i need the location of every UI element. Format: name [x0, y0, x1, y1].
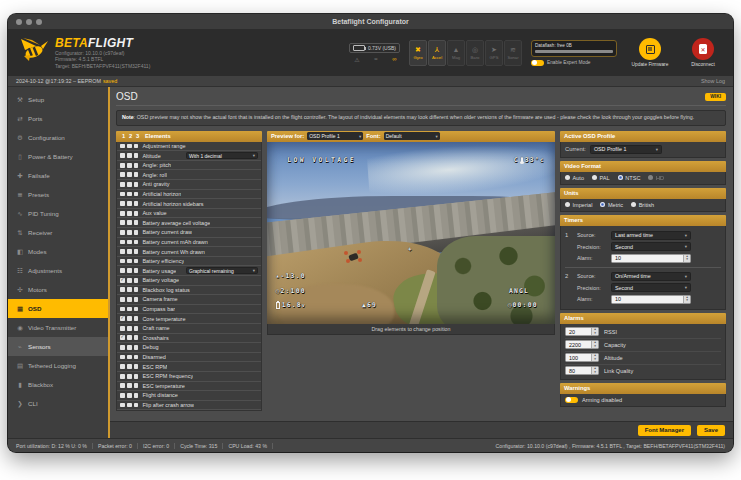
element-checkbox-profile-3[interactable] — [134, 326, 139, 331]
element-checkbox-profile-1[interactable] — [120, 192, 125, 197]
element-checkbox-profile-3[interactable] — [134, 355, 139, 360]
element-checkbox-profile-3[interactable] — [134, 172, 139, 177]
profile-col-1[interactable]: 1 — [120, 133, 127, 139]
element-checkbox-profile-2[interactable] — [127, 335, 132, 340]
element-checkbox-profile-1[interactable] — [120, 259, 125, 264]
element-checkbox-profile-1[interactable] — [120, 153, 125, 158]
element-checkbox-profile-1[interactable] — [120, 268, 125, 273]
element-checkbox-profile-3[interactable] — [134, 307, 139, 312]
osd-crosshairs-element[interactable]: + — [408, 245, 412, 252]
element-option-select[interactable]: Graphical remaining▾ — [186, 267, 258, 275]
element-row-camera-frame[interactable]: Camera frame — [117, 295, 261, 305]
element-row-anti-gravity[interactable]: Anti gravity — [117, 180, 261, 190]
element-row-compass-bar[interactable]: Compass bar — [117, 305, 261, 315]
element-checkbox-profile-2[interactable] — [127, 287, 132, 292]
element-row-artificial-horizon-sidebars[interactable]: Artificial horizon sidebars — [117, 199, 261, 209]
element-checkbox-profile-2[interactable] — [127, 144, 132, 149]
element-checkbox-profile-3[interactable] — [134, 211, 139, 216]
element-row-crosshairs[interactable]: ✓Crosshairs — [117, 334, 261, 344]
font-manager-button[interactable]: Font Manager — [638, 425, 691, 436]
element-checkbox-profile-3[interactable] — [134, 192, 139, 197]
sidebar-item-receiver[interactable]: ⇅Receiver — [8, 223, 108, 242]
sidebar-item-setup[interactable]: ⚒Setup — [8, 90, 108, 109]
sidebar-item-adjustments[interactable]: ☷Adjustments — [8, 261, 108, 280]
element-row-battery-current-mah-drawn[interactable]: Battery current mAh drawn — [117, 238, 261, 248]
osd-altitude-element[interactable]: ▴-13.0 — [276, 272, 306, 280]
show-log-link[interactable]: Show Log — [701, 78, 725, 84]
preview-profile-select[interactable]: OSD Profile 1▾ — [307, 132, 363, 140]
element-checkbox-profile-2[interactable] — [127, 259, 132, 264]
element-row-aux-value[interactable]: Aux value — [117, 209, 261, 219]
units-option-imperial[interactable]: Imperial — [565, 202, 592, 208]
element-checkbox-profile-1[interactable] — [120, 287, 125, 292]
expert-mode-toggle[interactable] — [531, 60, 544, 66]
element-checkbox-profile-2[interactable] — [127, 345, 132, 350]
element-checkbox-profile-1[interactable]: ✓ — [120, 316, 125, 321]
stepper-icon[interactable]: ▴▾ — [591, 341, 598, 348]
element-checkbox-profile-3[interactable] — [134, 259, 139, 264]
element-checkbox-profile-1[interactable] — [120, 163, 125, 168]
element-checkbox-profile-2[interactable] — [127, 393, 132, 398]
element-checkbox-profile-3[interactable] — [134, 153, 139, 158]
sidebar-item-tethered-logging[interactable]: ▤Tethered Logging — [8, 356, 108, 375]
element-option-select[interactable]: With 1 decimal▾ — [186, 152, 258, 160]
osd-warning-element[interactable]: LOW VOLTAGE — [287, 156, 356, 164]
element-checkbox-profile-2[interactable] — [127, 240, 132, 245]
alarm-capacity-input[interactable]: 2200▴▾ — [565, 340, 599, 349]
element-checkbox-profile-1[interactable] — [120, 393, 125, 398]
element-checkbox-profile-3[interactable] — [134, 403, 139, 408]
element-row-flip-after-crash-arrow[interactable]: Flip after crash arrow — [117, 401, 261, 411]
element-checkbox-profile-2[interactable] — [127, 249, 132, 254]
element-row-debug[interactable]: Debug — [117, 343, 261, 353]
element-row-esc-temperature[interactable]: ESC temperature — [117, 382, 261, 392]
element-checkbox-profile-1[interactable] — [120, 201, 125, 206]
element-row-esc-rpm[interactable]: ESC RPM — [117, 362, 261, 372]
profile-col-3[interactable]: 3 — [134, 133, 141, 139]
alarm-altitude-input[interactable]: 100▴▾ — [565, 353, 599, 362]
element-checkbox-profile-3[interactable] — [134, 182, 139, 187]
sidebar-item-blackbox[interactable]: ▮Blackbox — [8, 375, 108, 394]
element-row-esc-rpm-frequency[interactable]: ESC RPM frequency — [117, 372, 261, 382]
stepper-icon[interactable]: ▴▾ — [591, 354, 598, 361]
element-checkbox-profile-3[interactable] — [134, 163, 139, 168]
element-checkbox-profile-1[interactable] — [120, 172, 125, 177]
sidebar-item-power-battery[interactable]: ▯Power & Battery — [8, 147, 108, 166]
element-checkbox-profile-3[interactable] — [134, 249, 139, 254]
element-checkbox-profile-2[interactable] — [127, 355, 132, 360]
preview-font-select[interactable]: Default▾ — [384, 132, 440, 140]
stepper-icon[interactable]: ▴▾ — [591, 367, 598, 374]
wiki-button[interactable]: WIKI — [705, 93, 726, 101]
element-row-angle-pitch[interactable]: Angle: pitch — [117, 161, 261, 171]
element-checkbox-profile-1[interactable] — [120, 249, 125, 254]
element-checkbox-profile-2[interactable] — [127, 326, 132, 331]
element-checkbox-profile-1[interactable] — [120, 144, 125, 149]
element-row-disarmed[interactable]: Disarmed — [117, 353, 261, 363]
sidebar-item-osd[interactable]: ▦OSD — [8, 299, 108, 318]
osd-preview[interactable]: LOW VOLTAGE C33°c + ▴-13.0 ◷2:100 — [267, 142, 555, 324]
element-checkbox-profile-1[interactable] — [120, 297, 125, 302]
osd-timer2-element[interactable]: ◷2:100 — [276, 287, 306, 295]
element-row-flight-distance[interactable]: Flight distance — [117, 391, 261, 401]
sidebar-item-configuration[interactable]: ⚙Configuration — [8, 128, 108, 147]
element-checkbox-profile-2[interactable] — [127, 182, 132, 187]
element-checkbox-profile-1[interactable] — [120, 364, 125, 369]
osd-battery-voltage-element[interactable]: 16.8v — [276, 301, 306, 309]
element-checkbox-profile-2[interactable] — [127, 403, 132, 408]
sidebar-item-failsafe[interactable]: ✚Failsafe — [8, 166, 108, 185]
element-checkbox-profile-1[interactable] — [120, 240, 125, 245]
sidebar-item-pid-tuning[interactable]: ∿PID Tuning — [8, 204, 108, 223]
osd-flymode-element[interactable]: ANGL — [509, 287, 529, 295]
element-checkbox-profile-2[interactable] — [127, 307, 132, 312]
video-format-option-auto[interactable]: Auto — [565, 175, 584, 181]
profile-col-2[interactable]: 2 — [127, 133, 134, 139]
element-checkbox-profile-1[interactable] — [120, 345, 125, 350]
sidebar-item-video-transmitter[interactable]: ◉Video Transmitter — [8, 318, 108, 337]
osd-rssi-element[interactable]: ▲69 — [362, 301, 377, 309]
element-checkbox-profile-3[interactable] — [134, 297, 139, 302]
element-row-battery-current-draw[interactable]: Battery current draw — [117, 228, 261, 238]
element-checkbox-profile-1[interactable] — [120, 220, 125, 225]
element-row-craft-name[interactable]: Craft name — [117, 324, 261, 334]
stepper-icon[interactable]: ▴▾ — [683, 255, 690, 262]
element-checkbox-profile-1[interactable] — [120, 211, 125, 216]
element-checkbox-profile-2[interactable] — [127, 383, 132, 388]
